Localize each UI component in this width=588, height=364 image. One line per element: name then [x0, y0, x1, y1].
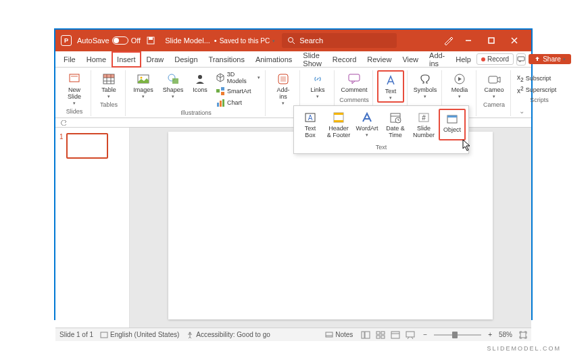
smartart-button[interactable]: SmartArt	[214, 86, 262, 97]
comments-pane-button[interactable]	[516, 53, 526, 66]
svg-rect-26	[220, 101, 222, 107]
save-icon[interactable]	[146, 36, 155, 45]
search-icon	[287, 36, 295, 45]
maximize-button[interactable]	[480, 30, 503, 51]
zoom-slider[interactable]	[434, 334, 481, 336]
titlebar: P AutoSave Off Slide Model... • Saved to…	[55, 30, 531, 51]
sorter-view-button[interactable]	[374, 330, 387, 340]
accessibility-status[interactable]: Accessibility: Good to go	[186, 331, 270, 339]
slide-thumbnails: 1	[55, 128, 130, 328]
language-status[interactable]: English (United States)	[100, 331, 179, 339]
subscript-button[interactable]: x2Subscript	[515, 73, 564, 84]
toggle-icon	[112, 36, 128, 45]
text-box-button[interactable]: A Text Box	[297, 109, 324, 140]
text-button[interactable]: Text ▾	[377, 70, 404, 103]
svg-rect-24	[221, 92, 224, 95]
link-icon	[310, 72, 325, 86]
media-icon	[452, 72, 467, 86]
tab-insert[interactable]: Insert	[112, 51, 141, 68]
close-button[interactable]	[503, 30, 526, 51]
comment-button[interactable]: Comment	[339, 70, 370, 95]
media-button[interactable]: Media ▾	[446, 70, 473, 100]
icons-button[interactable]: Icons	[189, 70, 211, 95]
svg-rect-62	[520, 332, 526, 338]
svg-rect-20	[172, 78, 178, 84]
images-icon	[136, 72, 151, 86]
thumb-number: 1	[59, 133, 64, 159]
text-box-icon: A	[303, 110, 318, 125]
svg-rect-53	[376, 332, 380, 334]
addins-button[interactable]: Add- ins ▾	[270, 70, 297, 107]
superscript-button[interactable]: x2Superscript	[515, 84, 564, 95]
cube-icon	[216, 73, 225, 82]
record-button[interactable]: Record	[476, 53, 514, 65]
group-illustrations: Images ▾ Shapes ▾ Icons 3D Models▾ Smart…	[127, 70, 266, 116]
pen-icon[interactable]	[443, 36, 453, 45]
tab-animations[interactable]: Animations	[250, 51, 297, 68]
zoom-level[interactable]: 58%	[499, 331, 512, 338]
view-buttons	[360, 330, 416, 340]
header-footer-button[interactable]: Header & Footer	[325, 109, 352, 140]
tab-view[interactable]: View	[397, 51, 424, 68]
slide-thumbnail[interactable]	[66, 133, 108, 159]
notes-button[interactable]: Notes	[325, 331, 353, 338]
zoom-in-button[interactable]: +	[488, 331, 492, 338]
links-button[interactable]: Links ▾	[304, 70, 331, 100]
3d-models-button[interactable]: 3D Models▾	[214, 70, 262, 85]
save-status: Saved to this PC	[220, 37, 270, 45]
comment-icon	[347, 72, 362, 86]
tab-design[interactable]: Design	[169, 51, 203, 68]
chart-icon	[216, 98, 225, 107]
zoom-out-button[interactable]: −	[423, 331, 427, 338]
slideshow-view-button[interactable]	[404, 330, 416, 340]
images-button[interactable]: Images ▾	[130, 70, 157, 100]
date-time-button[interactable]: Date & Time	[382, 109, 409, 140]
slide-counter[interactable]: Slide 1 of 1	[59, 331, 93, 338]
tab-review[interactable]: Review	[362, 51, 397, 68]
tab-slideshow[interactable]: Slide Show	[297, 51, 327, 68]
object-button[interactable]: Object	[439, 109, 466, 140]
shapes-button[interactable]: Shapes ▾	[160, 70, 187, 100]
canvas-area	[130, 128, 531, 328]
svg-point-18	[141, 77, 143, 79]
undo-row-icon[interactable]	[61, 120, 68, 126]
object-icon	[445, 111, 460, 126]
search-input[interactable]: Search	[282, 33, 397, 48]
workspace: 1	[55, 128, 531, 328]
share-button[interactable]: Share▾	[529, 54, 571, 64]
symbols-button[interactable]: Symbols ▾	[412, 70, 439, 100]
tab-help[interactable]: Help	[450, 51, 476, 68]
tab-addins[interactable]: Add-ins	[424, 51, 450, 68]
watermark: SLIDEMODEL.COM	[487, 345, 561, 352]
svg-rect-54	[381, 332, 385, 334]
svg-rect-22	[216, 89, 220, 93]
filename[interactable]: Slide Model...	[165, 36, 210, 45]
ribbon-tabs: File Home Insert Draw Design Transitions…	[55, 51, 531, 68]
new-slide-button[interactable]: New Slide ▾	[61, 70, 88, 107]
tab-transitions[interactable]: Transitions	[203, 51, 250, 68]
normal-view-button[interactable]	[360, 330, 372, 340]
collapse-ribbon-icon[interactable]: ⌄	[519, 107, 524, 115]
tab-home[interactable]: Home	[81, 51, 112, 68]
chevron-down-icon[interactable]: ▾	[272, 38, 275, 43]
svg-rect-32	[489, 76, 497, 83]
tab-record[interactable]: Record	[327, 51, 362, 68]
autosave-toggle[interactable]: AutoSave Off	[77, 36, 141, 45]
table-icon	[101, 72, 116, 86]
minimize-button[interactable]	[457, 30, 480, 51]
superscript-icon: x2	[517, 85, 524, 95]
tab-draw[interactable]: Draw	[141, 51, 170, 68]
tab-file[interactable]: File	[58, 51, 81, 68]
group-tables: Table ▾ Tables	[93, 70, 126, 116]
table-button[interactable]: Table ▾	[95, 70, 122, 100]
reading-view-button[interactable]	[389, 330, 401, 340]
svg-rect-5	[489, 38, 494, 43]
cameo-button[interactable]: Cameo ▾	[481, 70, 508, 100]
slide-number-button[interactable]: # Slide Number	[410, 109, 437, 140]
svg-rect-59	[406, 332, 414, 337]
chart-button[interactable]: Chart	[214, 97, 262, 108]
slide-canvas[interactable]	[168, 132, 493, 319]
wordart-button[interactable]: WordArt ▾	[353, 109, 381, 140]
svg-rect-23	[221, 87, 224, 90]
fit-to-window-button[interactable]	[519, 331, 527, 339]
